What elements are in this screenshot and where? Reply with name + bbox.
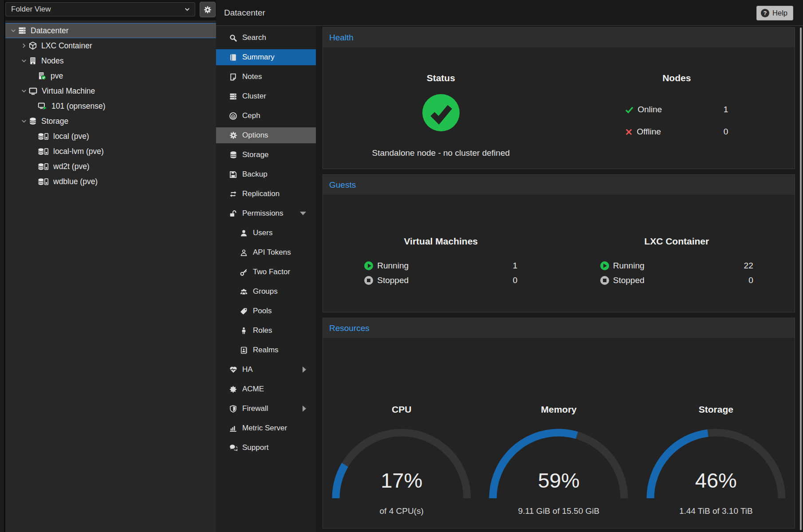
caret-down-icon [300,212,306,215]
node-row-online: Online1 [625,99,728,121]
resources-section-title: Resources [329,323,370,333]
menu-item-pools[interactable]: Pools [216,303,316,319]
menu-item-cluster[interactable]: Cluster [216,88,316,104]
cross-icon [625,128,633,136]
menu-item-realms[interactable]: Realms [216,342,316,358]
datacenter-menu: SearchSummaryNotesClusterCephOptionsStor… [216,26,316,532]
menu-item-two-factor[interactable]: Two Factor [216,264,316,280]
status-message: Standalone node - no cluster defined [323,148,559,158]
guest-rows: Running1Stopped0 [364,258,517,288]
menu-item-metric-server[interactable]: Metric Server [216,420,316,436]
menu-item-label: Replication [242,189,279,198]
menu-item-firewall[interactable]: Firewall [216,401,316,417]
chevron-down-icon[interactable] [20,118,27,124]
view-mode-value: Folder View [6,5,51,14]
menu-item-users[interactable]: Users [216,225,316,241]
node-state-count: 1 [724,105,728,114]
menu-item-label: Notes [242,72,262,81]
menu-item-backup[interactable]: Backup [216,166,316,182]
menu-item-label: Options [242,131,268,140]
tree-item-101-opnsense[interactable]: 101 (opnsense) [5,99,216,114]
tree-item-virtual-machine[interactable]: Virtual Machine [5,83,216,99]
tree-item-datacenter[interactable]: Datacenter [5,23,216,38]
menu-item-notes[interactable]: Notes [216,69,316,85]
tree-item-wd2t-pve[interactable]: wd2t (pve) [5,159,216,174]
play-circle-icon [600,261,609,270]
menu-item-options[interactable]: Options [216,127,316,143]
node-row-offline: Offline0 [625,121,728,143]
monitor-play-icon [38,102,47,110]
guests-column-virtual-machines: Virtual MachinesRunning1Stopped0 [323,195,559,312]
unlock-icon [229,210,237,217]
guests-column-heading: LXC Container [559,236,795,247]
tree-item-wdblue-pve[interactable]: wdblue (pve) [5,174,216,189]
resource-tree-panel: Folder View DatacenterLXC ContainerNodes… [5,0,216,532]
resource-tree: DatacenterLXC ContainerNodespveVirtual M… [5,23,216,189]
gauge-memory: Memory59%9.11 GiB of 15.50 GiB [480,339,637,528]
tree-item-label: Storage [41,117,68,126]
menu-item-ceph[interactable]: Ceph [216,108,316,124]
menu-item-label: Storage [242,150,269,159]
menu-item-label: Search [242,33,266,42]
shield-icon [229,405,237,413]
health-section-header: Health [323,28,795,48]
help-button[interactable]: ? Help [756,6,793,20]
tree-item-pve[interactable]: pve [5,68,216,83]
tree-item-lxc-container[interactable]: LXC Container [5,38,216,53]
menu-item-groups[interactable]: Groups [216,284,316,299]
play-circle-icon [364,261,373,270]
guests-section: Guests Virtual MachinesRunning1Stopped0L… [323,174,795,312]
chevron-down-icon[interactable] [20,88,27,94]
cluster-status-column: Status Standalone node - no cluster defi… [323,48,559,169]
comments-icon [229,444,237,452]
gauge-percent: 17% [323,468,480,493]
tree-settings-button[interactable] [200,2,216,17]
menu-item-label: Metric Server [242,424,287,433]
menu-item-ha[interactable]: HA [216,362,316,378]
address-book-icon [240,347,248,354]
menu-item-api-tokens[interactable]: API Tokens [216,244,316,260]
guest-state-label: Stopped [377,276,409,285]
stop-circle-icon [600,276,609,285]
panel-header: Datacenter ? Help [216,0,803,26]
gauge-title: CPU [323,404,480,415]
proxmox-datacenter-window: Folder View DatacenterLXC ContainerNodes… [0,0,803,532]
tree-item-local-pve[interactable]: local (pve) [5,129,216,144]
menu-item-acme[interactable]: ACME [216,381,316,397]
menu-item-summary[interactable]: Summary [216,49,316,65]
tree-item-label: Datacenter [31,26,69,35]
guest-state-count: 1 [513,261,518,271]
tree-item-label: LXC Container [41,41,92,51]
menu-item-label: ACME [242,385,264,394]
book-icon [229,54,237,61]
gauge-cpu: CPU17%of 4 CPU(s) [323,339,480,528]
question-circle-icon: ? [761,9,769,17]
guest-row-running: Running1 [364,258,517,273]
floppy-icon [229,171,237,178]
chevron-down-icon [184,6,190,12]
datacenter-panel: Datacenter ? Help SearchSummaryNotesClus… [216,0,803,532]
menu-item-search[interactable]: Search [216,30,316,46]
gauge-percent: 46% [638,468,795,493]
gauge-storage: Storage46%1.44 TiB of 3.10 TiB [638,339,795,528]
chevron-down-icon[interactable] [20,58,27,64]
menu-item-permissions[interactable]: Permissions [216,205,316,221]
user-icon [240,229,248,237]
gauge-title: Memory [480,404,637,415]
menu-item-roles[interactable]: Roles [216,323,316,339]
tree-item-storage[interactable]: Storage [5,114,216,129]
chevron-right-icon[interactable] [20,43,27,49]
chevron-down-icon[interactable] [10,28,16,34]
tree-item-label: Virtual Machine [42,87,95,96]
view-mode-select[interactable]: Folder View [5,2,195,16]
tree-item-nodes[interactable]: Nodes [5,53,216,68]
vertical-scrollbar[interactable] [800,28,802,530]
menu-item-support[interactable]: Support [216,440,316,456]
gauge-title: Storage [638,404,795,415]
tree-item-label: wdblue (pve) [53,177,98,186]
help-button-label: Help [772,9,787,17]
tree-item-local-lvm-pve[interactable]: local-lvm (pve) [5,144,216,159]
menu-item-replication[interactable]: Replication [216,186,316,202]
guest-row-stopped: Stopped0 [364,273,517,288]
menu-item-storage[interactable]: Storage [216,147,316,163]
